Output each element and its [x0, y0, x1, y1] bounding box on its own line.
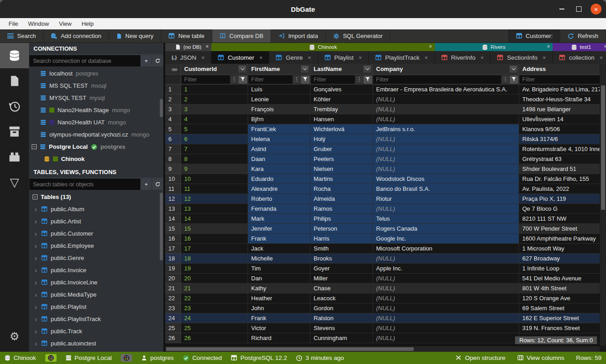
cell-address[interactable]: 541 Del Medio Avenue	[519, 274, 600, 284]
row-number[interactable]: 20	[165, 274, 181, 284]
row-number[interactable]: 9	[165, 164, 181, 174]
chevron-right-icon[interactable]: ›	[33, 230, 38, 237]
cell-company[interactable]: (NULL)	[373, 254, 519, 264]
table-tree-item[interactable]: ›public.booleantest	[29, 350, 163, 352]
table-tree-item[interactable]: ›public.Playlist	[29, 301, 163, 313]
cell-customerid[interactable]: 1	[181, 85, 248, 95]
close-tab-icon[interactable]: ×	[543, 54, 546, 61]
cell-lastname[interactable]: Gordon	[310, 303, 373, 313]
cell-customerid[interactable]: 14	[181, 214, 248, 224]
row-number[interactable]: 18	[165, 254, 181, 264]
cell-customerid[interactable]: 10	[181, 174, 248, 184]
cell-address[interactable]: 69 Salem Street	[519, 303, 600, 313]
cell-customerid[interactable]: 22	[181, 293, 248, 303]
activity-bar-item-database[interactable]	[0, 43, 29, 68]
close-tab-icon[interactable]: ×	[308, 54, 311, 61]
refresh-button[interactable]: Refresh	[560, 29, 606, 43]
cell-firstname[interactable]: Daan	[248, 154, 310, 164]
close-group-icon[interactable]: ×	[604, 43, 606, 50]
cell-customerid[interactable]: 26	[181, 333, 248, 343]
cell-company[interactable]: (NULL)	[373, 104, 519, 114]
cell-address[interactable]: 162 E Superior Street	[519, 313, 600, 323]
close-tab-icon[interactable]: ×	[358, 54, 362, 61]
cell-lastname[interactable]: Leacock	[310, 293, 373, 303]
cell-firstname[interactable]: Tim	[248, 264, 310, 274]
cell-company[interactable]: (NULL)	[373, 303, 519, 313]
chevron-right-icon[interactable]: ›	[33, 291, 38, 298]
chevron-right-icon[interactable]: ›	[33, 242, 38, 250]
toolbar-button-new-query[interactable]: New query	[109, 29, 161, 43]
chevron-right-icon[interactable]: ›	[33, 267, 38, 274]
cell-firstname[interactable]: Franti□ek	[248, 124, 310, 134]
tab-playlisttrack[interactable]: PlaylistTrack×	[369, 51, 435, 64]
collapse-icon[interactable]	[33, 194, 38, 199]
connections-scrollbar[interactable]	[160, 67, 163, 166]
cell-firstname[interactable]: Victor	[248, 323, 310, 333]
cell-firstname[interactable]: Fernanda	[248, 204, 310, 214]
close-group-icon[interactable]: ×	[547, 43, 550, 50]
chevron-right-icon[interactable]: ›	[33, 340, 38, 347]
row-number[interactable]: 3	[165, 104, 181, 114]
toolbar-button-import-data[interactable]: Import data	[271, 29, 326, 43]
add-table-icon-button[interactable]: +	[140, 179, 152, 190]
cell-address[interactable]: Theodor-Heuss-Straße 34	[519, 95, 600, 104]
cell-lastname[interactable]: Tremblay	[310, 104, 373, 114]
cell-lastname[interactable]: Goyer	[310, 264, 373, 274]
cell-customerid[interactable]: 21	[181, 284, 248, 293]
grid-horizontal-scrollbar[interactable]	[165, 346, 600, 352]
cell-customerid[interactable]: 19	[181, 264, 248, 274]
activity-bar-item-archive[interactable]	[0, 119, 29, 144]
activity-bar-item-file[interactable]	[0, 68, 29, 94]
cell-company[interactable]: JetBrains s.r.o.	[373, 124, 519, 134]
tables-root-node[interactable]: Tables (13)	[29, 191, 163, 203]
connection-item[interactable]: olympus-medportal.vychozi.czmongo	[29, 128, 163, 141]
activity-bar-item-single-database[interactable]: ▽	[0, 170, 29, 195]
cell-customerid[interactable]: 4	[181, 114, 248, 124]
table-tree-item[interactable]: ›public.Customer	[29, 227, 163, 240]
row-number[interactable]: 19	[165, 264, 181, 274]
table-tree-item[interactable]: ›public.autoinctest	[29, 337, 163, 350]
table-tree-item[interactable]: ›public.PlaylistTrack	[29, 313, 163, 325]
filter-input-customerid[interactable]	[181, 76, 230, 84]
cell-lastname[interactable]: Smith	[310, 244, 373, 254]
table-tree-item[interactable]: ›public.Employee	[29, 240, 163, 252]
toolbar-button-add-connection[interactable]: Add connection	[43, 29, 109, 43]
cell-lastname[interactable]: Almeida	[310, 194, 373, 204]
close-tab-icon[interactable]: ×	[481, 54, 484, 61]
cell-company[interactable]: Embraer - Empresa Brasileira de Aeronáut…	[373, 85, 519, 95]
cell-customerid[interactable]: 7	[181, 144, 248, 154]
close-tab-icon[interactable]: ×	[600, 54, 603, 61]
table-tree-item[interactable]: ›public.InvoiceLine	[29, 276, 163, 288]
cell-lastname[interactable]: Peeters	[310, 154, 373, 164]
filter-menu-icon[interactable]: ⋮	[230, 76, 238, 84]
tab-sectioninfo[interactable]: SectionInfo×	[491, 51, 553, 64]
cell-address[interactable]: Rotenturmstraße 4, 1010 Innere Stadt	[519, 144, 600, 154]
cell-firstname[interactable]: Helena	[248, 134, 310, 144]
column-header-customerid[interactable]: CustomerId	[181, 64, 248, 75]
close-group-icon[interactable]: ×	[429, 43, 432, 50]
row-number[interactable]: 7	[165, 144, 181, 154]
cell-customerid[interactable]: 20	[181, 274, 248, 284]
cell-firstname[interactable]: Astrid	[248, 144, 310, 154]
tab-group-header[interactable]: Rivers×	[435, 43, 553, 51]
cell-address[interactable]: 1 Microsoft Way	[519, 244, 600, 254]
column-menu-button[interactable]	[301, 65, 309, 73]
column-header-lastname[interactable]: LastName	[310, 64, 373, 75]
menu-item-view[interactable]: View	[54, 18, 76, 29]
connections-search-input[interactable]	[29, 55, 140, 66]
column-menu-button[interactable]	[509, 65, 518, 73]
cell-customerid[interactable]: 16	[181, 234, 248, 244]
toolbar-button-new-table[interactable]: New table	[161, 29, 212, 43]
chevron-right-icon[interactable]: ›	[33, 303, 38, 311]
tab-collection[interactable]: collection×	[553, 51, 606, 64]
cell-customerid[interactable]: 25	[181, 323, 248, 333]
cell-firstname[interactable]: Bjřrn	[248, 114, 310, 124]
cell-lastname[interactable]: Gruber	[310, 144, 373, 154]
cell-company[interactable]: (NULL)	[373, 134, 519, 144]
row-number[interactable]: 21	[165, 284, 181, 293]
cell-lastname[interactable]: Nielsen	[310, 164, 373, 174]
cell-firstname[interactable]: Heather	[248, 293, 310, 303]
row-number[interactable]: 6	[165, 134, 181, 144]
filter-input-company[interactable]	[373, 76, 501, 84]
row-number[interactable]: 26	[165, 333, 181, 343]
